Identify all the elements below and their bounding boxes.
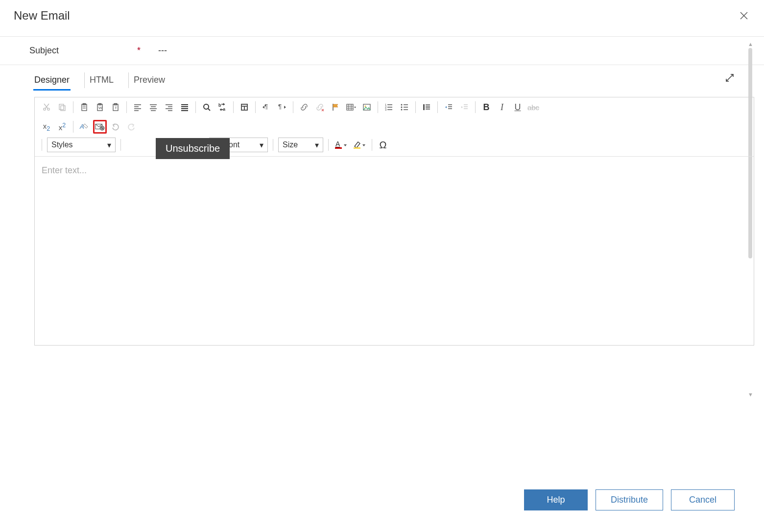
size-dropdown[interactable]: Size ▾ <box>278 138 323 152</box>
toolbar-separator <box>195 101 196 113</box>
svg-point-35 <box>204 104 209 109</box>
bold-button[interactable]: B <box>479 100 493 114</box>
link-button[interactable] <box>297 100 311 114</box>
toolbar-separator <box>233 101 234 113</box>
italic-button[interactable]: I <box>495 100 509 114</box>
toolbar-separator <box>372 139 372 151</box>
styles-dropdown[interactable]: Styles ▾ <box>47 138 116 152</box>
scroll-arrow-up[interactable]: ▲ <box>748 41 753 47</box>
svg-line-2 <box>726 74 733 81</box>
cut-button[interactable] <box>40 100 53 114</box>
unlink-icon <box>315 103 324 112</box>
chevron-down-icon: ▾ <box>107 140 111 150</box>
paste-text-button[interactable]: T <box>109 100 122 114</box>
toolbar-row-3: Styles ▾ ont ▾ Size ▾ A Ω <box>35 137 754 156</box>
redo-icon <box>127 122 136 131</box>
table-button[interactable] <box>344 100 358 114</box>
special-char-button[interactable]: Ω <box>376 138 390 152</box>
svg-rect-42 <box>245 107 247 110</box>
flag-icon <box>331 103 340 112</box>
paste-word-button[interactable]: W <box>93 100 107 114</box>
scissors-icon <box>42 103 51 112</box>
underline-button[interactable]: U <box>511 100 525 114</box>
strikethrough-button[interactable]: abc <box>526 100 540 114</box>
toolbar-separator <box>378 101 378 113</box>
svg-rect-40 <box>242 105 247 106</box>
templates-icon <box>240 103 249 112</box>
required-indicator: * <box>137 46 141 56</box>
replace-button[interactable]: ba <box>215 100 229 114</box>
editor-wrapper: W T ba ¶ ¶ 123 <box>34 97 754 346</box>
anchor-button[interactable] <box>329 100 342 114</box>
distribute-button[interactable]: Distribute <box>596 489 663 510</box>
underline-icon: U <box>515 102 521 113</box>
quote-icon <box>422 103 431 112</box>
text-direction-ltr-button[interactable]: ¶ <box>260 100 273 114</box>
toolbar-separator <box>475 101 476 113</box>
cancel-button[interactable]: Cancel <box>671 489 735 510</box>
copy-button[interactable] <box>55 100 69 114</box>
find-button[interactable] <box>200 100 214 114</box>
outdent-icon <box>460 103 469 112</box>
toolbar-separator <box>255 101 256 113</box>
bullet-list-button[interactable] <box>398 100 411 114</box>
editor-content-area[interactable]: Enter text... <box>35 156 754 345</box>
link-icon <box>300 103 309 112</box>
image-button[interactable] <box>360 100 374 114</box>
close-button[interactable] <box>738 9 750 22</box>
clipboard-word-icon: W <box>96 103 104 112</box>
align-right-icon <box>165 103 173 112</box>
dialog-footer: Help Distribute Cancel <box>524 489 735 510</box>
svg-rect-86 <box>354 147 360 149</box>
align-justify-icon <box>180 103 189 112</box>
expand-button[interactable] <box>725 73 735 83</box>
tab-preview[interactable]: Preview <box>134 70 165 90</box>
svg-marker-87 <box>362 144 365 146</box>
toolbar-separator <box>437 101 438 113</box>
superscript-button[interactable]: x2 <box>55 120 69 134</box>
editor-tabs: Designer HTML Preview <box>0 70 764 90</box>
unsubscribe-button[interactable] <box>93 120 107 134</box>
templates-button[interactable] <box>238 100 251 114</box>
svg-marker-85 <box>344 144 347 146</box>
bg-color-button[interactable] <box>351 138 368 152</box>
align-right-button[interactable] <box>162 100 176 114</box>
numbered-list-button[interactable]: 123 <box>382 100 396 114</box>
align-left-button[interactable] <box>131 100 144 114</box>
text-direction-rtl-button[interactable]: ¶ <box>275 100 289 114</box>
text-color-icon: A <box>334 140 347 150</box>
align-justify-button[interactable] <box>178 100 191 114</box>
help-button[interactable]: Help <box>524 489 588 510</box>
toolbar-separator <box>126 101 127 113</box>
tab-separator <box>128 72 129 88</box>
paste-button[interactable] <box>77 100 91 114</box>
undo-button[interactable] <box>109 120 122 134</box>
copy-icon <box>58 103 67 112</box>
align-center-button[interactable] <box>146 100 160 114</box>
svg-rect-68 <box>423 104 425 110</box>
toolbar-separator <box>293 101 293 113</box>
indent-icon <box>444 103 453 112</box>
toolbar-separator <box>73 121 73 133</box>
svg-point-55 <box>365 106 366 107</box>
svg-text:A: A <box>335 140 340 148</box>
subject-field[interactable]: --- <box>158 46 167 56</box>
tab-html[interactable]: HTML <box>90 70 114 90</box>
unsubscribe-icon <box>95 122 105 131</box>
blockquote-button[interactable] <box>420 100 433 114</box>
text-color-button[interactable]: A <box>333 138 349 152</box>
subscript-button[interactable]: x2 <box>40 120 53 134</box>
align-center-icon <box>149 103 158 112</box>
table-icon <box>346 103 356 112</box>
scroll-arrow-down[interactable]: ▼ <box>748 392 753 397</box>
redo-button[interactable] <box>124 120 138 134</box>
unlink-button[interactable] <box>313 100 327 114</box>
eraser-format-icon: A <box>79 122 89 131</box>
outdent-button[interactable] <box>457 100 471 114</box>
tab-designer[interactable]: Designer <box>34 70 70 90</box>
clipboard-icon <box>80 103 89 112</box>
remove-format-button[interactable]: A <box>77 120 91 134</box>
unordered-list-icon <box>400 103 409 112</box>
ltr-icon: ¶ <box>262 103 271 112</box>
indent-button[interactable] <box>442 100 455 114</box>
